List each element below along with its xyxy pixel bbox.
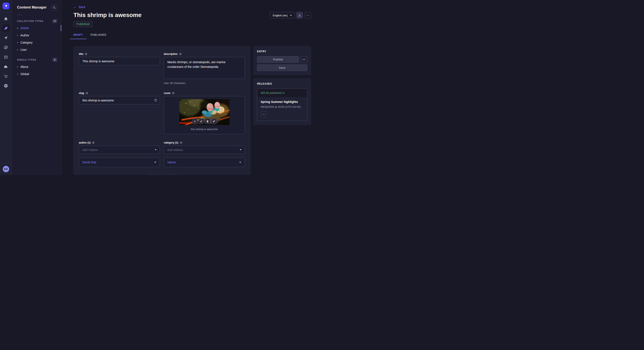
home-icon[interactable] (2, 15, 10, 22)
relation-link-david-doe[interactable]: David Doe (82, 161, 96, 164)
search-icon (52, 6, 56, 9)
select-placeholder: Add relation (82, 148, 98, 152)
title-field-label: title (79, 52, 83, 55)
sidebar-item-article[interactable]: Article (12, 24, 61, 32)
globe-icon (179, 53, 182, 55)
sidebar-item-author[interactable]: Author (12, 32, 61, 39)
copy-link-button[interactable] (198, 118, 204, 124)
slug-input[interactable] (79, 96, 160, 104)
release-datetime: 09/18/2024 at 16:00 (UTC+02:00) (261, 105, 304, 108)
section-label: COLLECTION TYPES (17, 20, 43, 22)
delete-media-button[interactable] (205, 118, 210, 124)
sidebar-item-user[interactable]: User (12, 46, 61, 53)
add-media-button[interactable] (192, 118, 198, 124)
globe-icon (172, 92, 175, 94)
field-title: title (79, 52, 160, 65)
bullet-icon (17, 66, 18, 67)
publish-button[interactable]: Publish (257, 56, 299, 63)
header-more-button[interactable]: ⋯ (304, 12, 311, 18)
slug-field-label: slug (79, 92, 84, 95)
locale-select-value: English (en) (273, 14, 288, 17)
sidebar-item-label: Global (20, 72, 29, 76)
cover-image (179, 99, 230, 125)
regenerate-slug-button[interactable] (153, 97, 159, 103)
edit-media-button[interactable] (211, 118, 217, 124)
field-description: description Mantis shrimps, or stomatopo… (164, 52, 245, 85)
bullet-icon (17, 74, 18, 75)
tab-published[interactable]: PUBLISHED (90, 33, 106, 39)
field-author: author (1) Add relation David Doe ✕ (79, 141, 160, 167)
bottom-floating-element (147, 173, 176, 175)
release-more-button[interactable]: ⋯ (261, 111, 267, 117)
sidebar-title: Content Manager (17, 5, 47, 9)
author-field-label: author (1) (79, 141, 90, 144)
strapi-logo-icon[interactable] (2, 2, 9, 9)
right-panel-column: ENTRY Publish ⋯ Save RELEASES Will be pu… (254, 46, 311, 175)
feather-icon[interactable] (2, 24, 10, 32)
entry-form-card: title description Mantis shrimps, or sto… (74, 46, 250, 175)
relation-link-nature[interactable]: nature (168, 161, 176, 164)
back-link[interactable]: ← Back (74, 5, 86, 9)
main-content: ← Back This shrimp is awesome English (e… (61, 0, 322, 175)
field-slug: slug (79, 92, 160, 104)
entry-panel-title: ENTRY (257, 50, 307, 53)
images-icon[interactable] (2, 44, 10, 51)
description-helper-text: max. 80 characters (164, 82, 245, 85)
select-placeholder: Add relation (167, 148, 183, 152)
back-arrow-icon: ← (74, 5, 77, 9)
sidebar-item-label: Category (20, 41, 32, 44)
release-name: Spring Summer highlights (261, 100, 304, 104)
trash-icon (206, 120, 209, 123)
user-avatar[interactable]: KD (3, 166, 9, 172)
cover-field-label: cover (164, 92, 170, 95)
remove-relation-button[interactable]: ✕ (154, 161, 156, 164)
category-field-label: category (1) (164, 141, 178, 144)
field-cover: cover (164, 92, 245, 134)
page-title: This shrimp is awesome (74, 12, 142, 18)
send-icon[interactable] (2, 34, 10, 42)
category-relation-item: nature ✕ (164, 157, 245, 167)
layout-icon[interactable] (2, 53, 10, 61)
author-relation-select[interactable]: Add relation (79, 146, 160, 154)
save-button[interactable]: Save (257, 64, 307, 71)
globe-icon (86, 92, 88, 94)
releases-panel: RELEASES Will be published in Spring Sum… (254, 78, 311, 125)
single-types-count-badge: 2 (52, 58, 57, 62)
bullet-icon (17, 35, 18, 36)
search-button[interactable] (51, 4, 57, 10)
release-status-text: Will be published in (257, 89, 307, 97)
sidebar-item-category[interactable]: Category (12, 39, 61, 46)
link-icon (200, 120, 203, 123)
main-nav-rail: KD (0, 0, 12, 175)
collection-types-header: COLLECTION TYPES 4 (12, 16, 61, 24)
globe-icon (92, 141, 94, 144)
chevron-down-icon (155, 149, 156, 150)
tab-draft[interactable]: DRAFT (74, 33, 83, 39)
chevron-down-icon (290, 15, 292, 16)
download-button[interactable] (296, 12, 303, 18)
sidebar-item-about[interactable]: About (12, 63, 61, 70)
bullet-icon (17, 42, 18, 43)
locale-select[interactable]: English (en) (270, 12, 295, 18)
sidebar-item-global[interactable]: Global (12, 70, 61, 78)
remove-relation-button[interactable]: ✕ (239, 161, 241, 164)
cover-actions-toolbar (192, 118, 217, 124)
version-tabs: DRAFT PUBLISHED (74, 33, 311, 39)
title-input[interactable] (79, 57, 160, 65)
gear-icon[interactable] (2, 82, 10, 90)
sidebar-item-label: Author (20, 34, 29, 37)
entry-more-button[interactable]: ⋯ (301, 56, 307, 63)
collection-types-count-badge: 4 (52, 19, 57, 23)
status-badge: Published (74, 21, 93, 27)
back-label: Back (79, 5, 86, 9)
category-relation-select[interactable]: Add relation (164, 146, 245, 154)
description-textarea[interactable]: Mantis shrimps, or stomatopods, are mari… (164, 57, 245, 79)
strapi-logo-glyph (4, 3, 8, 8)
entry-panel: ENTRY Publish ⋯ Save (254, 46, 311, 75)
refresh-icon (154, 98, 158, 102)
releases-panel-title: RELEASES (257, 82, 307, 85)
cart-icon[interactable] (2, 72, 10, 80)
cloud-icon[interactable] (2, 63, 10, 70)
globe-icon (180, 141, 182, 144)
description-field-label: description (164, 52, 178, 55)
